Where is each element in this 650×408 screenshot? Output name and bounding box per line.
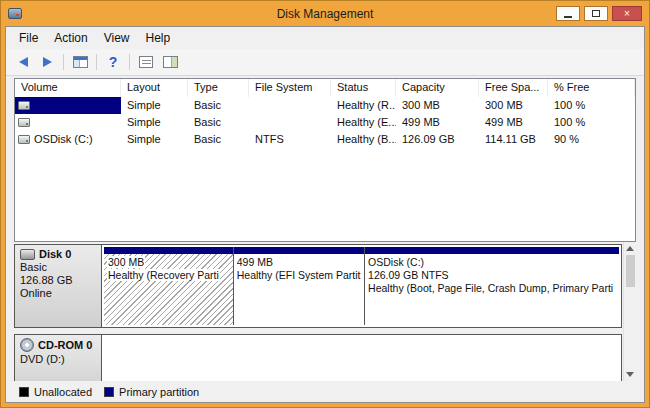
disk-management-window: Disk Management × File Action View Help … (0, 0, 650, 408)
pct-free-cell: 100 % (548, 114, 635, 131)
partition-type-bar (234, 247, 364, 254)
cdrom-header[interactable]: CD-ROM 0 DVD (D:) (15, 335, 102, 381)
capacity-cell: 126.09 GB (396, 131, 479, 148)
column-volume[interactable]: Volume (15, 79, 121, 97)
help-icon[interactable]: ? (102, 52, 124, 73)
partition-size: 126.09 GB NTFS (368, 269, 616, 282)
disk-type: Basic (20, 261, 96, 274)
layout-cell: Simple (121, 114, 188, 131)
free-space-cell: 114.11 GB (479, 131, 548, 148)
column-file-system[interactable]: File System (249, 79, 331, 97)
disk-name: Disk 0 (39, 248, 71, 260)
volume-icon (18, 101, 30, 110)
partition-type-bar (365, 247, 619, 254)
capacity-cell: 300 MB (396, 97, 479, 114)
scroll-down-icon[interactable] (624, 368, 637, 381)
scrollbar[interactable] (623, 242, 636, 381)
content-area: Volume Layout Type File System Status Ca… (6, 76, 644, 402)
pct-free-cell: 100 % (548, 97, 635, 114)
cdrom-media-area[interactable] (102, 335, 621, 381)
titlebar[interactable]: Disk Management × (1, 1, 649, 26)
type-cell: Basic (188, 97, 249, 114)
toolbar-separator (63, 54, 64, 70)
legend: Unallocated Primary partition (14, 381, 636, 402)
partition-recovery[interactable]: 300 MB Healthy (Recovery Parti (104, 247, 233, 325)
legend-primary-partition: Primary partition (104, 386, 199, 398)
volume-list: Volume Layout Type File System Status Ca… (14, 78, 636, 242)
unallocated-swatch (19, 387, 29, 397)
graphical-view: Disk 0 Basic 126.88 GB Online 300 MB Hea… (14, 242, 636, 381)
properties-icon[interactable] (135, 52, 157, 73)
status-cell: Healthy (R... (331, 97, 396, 114)
partition-size: 300 MB (107, 256, 145, 268)
volume-icon (18, 135, 30, 144)
volume-list-header: Volume Layout Type File System Status Ca… (15, 79, 635, 97)
table-row[interactable]: Simple Basic Healthy (E... 499 MB 499 MB… (15, 114, 635, 131)
menu-view[interactable]: View (96, 29, 138, 47)
minimize-icon (564, 16, 572, 18)
status-cell: Healthy (B... (331, 131, 396, 148)
column-status[interactable]: Status (331, 79, 396, 97)
layout-cell: Simple (121, 97, 188, 114)
partition-osdisk[interactable]: OSDisk (C:) 126.09 GB NTFS Healthy (Boot… (364, 247, 619, 325)
column-type[interactable]: Type (188, 79, 249, 97)
back-icon[interactable] (12, 52, 34, 73)
forward-icon[interactable] (36, 52, 58, 73)
toolbar-separator (96, 54, 97, 70)
toolbar-separator (129, 54, 130, 70)
menubar: File Action View Help (6, 27, 644, 49)
file-system-cell (249, 114, 331, 131)
column-layout[interactable]: Layout (121, 79, 188, 97)
primary-partition-swatch (104, 387, 114, 397)
legend-unallocated: Unallocated (19, 386, 92, 398)
toolbar: ? (6, 49, 644, 76)
partition-status: Healthy (Recovery Parti (107, 269, 220, 281)
column-free-space[interactable]: Free Spa... (479, 79, 548, 97)
maximize-icon (592, 10, 600, 17)
volume-name-cell: OSDisk (C:) (15, 131, 121, 148)
type-cell: Basic (188, 131, 249, 148)
cdrom-row: CD-ROM 0 DVD (D:) (14, 334, 622, 381)
action-pane-icon[interactable] (159, 52, 181, 73)
volume-icon (18, 118, 30, 127)
volume-name-cell (15, 97, 121, 114)
disk0-header[interactable]: Disk 0 Basic 126.88 GB Online (15, 245, 102, 327)
file-system-cell (249, 97, 331, 114)
status-cell: Healthy (E... (331, 114, 396, 131)
type-cell: Basic (188, 114, 249, 131)
disk-management-app-icon (8, 8, 22, 19)
close-button[interactable]: × (612, 6, 642, 21)
partition-type-bar (104, 247, 233, 254)
partition-status: Healthy (EFI System Partit (237, 269, 361, 282)
table-row[interactable]: OSDisk (C:) Simple Basic NTFS Healthy (B… (15, 131, 635, 148)
disk0-row: Disk 0 Basic 126.88 GB Online 300 MB Hea… (14, 244, 622, 328)
maximize-button[interactable] (584, 6, 608, 21)
window-title: Disk Management (1, 7, 649, 21)
menu-action[interactable]: Action (46, 29, 95, 47)
column-pct-free[interactable]: % Free (548, 79, 635, 97)
disk-icon (20, 249, 35, 260)
table-row[interactable]: Simple Basic Healthy (R... 300 MB 300 MB… (15, 97, 635, 114)
window-body: File Action View Help ? Volume Layout Ty… (5, 26, 645, 403)
menu-help[interactable]: Help (138, 29, 179, 47)
partitions: 300 MB Healthy (Recovery Parti 499 MB He… (102, 245, 621, 327)
capacity-cell: 499 MB (396, 114, 479, 131)
menu-file[interactable]: File (11, 29, 46, 47)
layout-cell: Simple (121, 131, 188, 148)
partition-name: OSDisk (C:) (368, 256, 616, 269)
file-system-cell: NTFS (249, 131, 331, 148)
cdrom-name: CD-ROM 0 (38, 339, 92, 351)
cdrom-type: DVD (D:) (20, 353, 96, 366)
pct-free-cell: 90 % (548, 131, 635, 148)
minimize-button[interactable] (556, 6, 580, 21)
scrollbar-thumb[interactable] (626, 255, 635, 287)
console-tree-icon[interactable] (69, 52, 91, 73)
partition-efi[interactable]: 499 MB Healthy (EFI System Partit (233, 247, 364, 325)
disk-size: 126.88 GB (20, 274, 96, 287)
cdrom-icon (20, 338, 34, 352)
volume-name-cell (15, 114, 121, 131)
disk-status: Online (20, 287, 96, 300)
free-space-cell: 300 MB (479, 97, 548, 114)
scroll-up-icon[interactable] (624, 242, 637, 255)
column-capacity[interactable]: Capacity (396, 79, 479, 97)
